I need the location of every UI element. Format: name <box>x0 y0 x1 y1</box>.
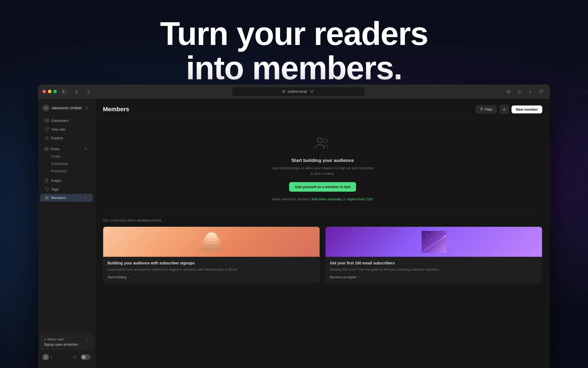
svg-point-26 <box>45 356 47 357</box>
svg-point-39 <box>438 233 438 234</box>
svg-point-44 <box>435 248 436 249</box>
get-started-label: GET STARTED WITH MEMBERSHIPS <box>103 219 542 222</box>
browser-toolbar: umbrel.local <box>38 85 550 99</box>
sidebar-item-scheduled[interactable]: Scheduled <box>40 160 93 167</box>
card-2-link[interactable]: Become an expert → <box>330 275 538 279</box>
sidebar-header: Awesome Umbrel <box>38 102 95 116</box>
sidebar-item-explore[interactable]: Explore <box>40 134 93 142</box>
new-member-btn[interactable]: New member <box>512 105 542 113</box>
card-1-title: Building your audience with subscriber s… <box>108 261 315 266</box>
add-post-btn[interactable]: + <box>83 146 88 152</box>
address-bar[interactable]: umbrel.local <box>232 87 365 96</box>
card-2-desc: Starting from zero? Use this guide to fi… <box>330 267 538 272</box>
svg-point-15 <box>45 107 47 109</box>
svg-point-21 <box>45 136 49 140</box>
tabs-overview-btn[interactable] <box>537 87 546 96</box>
close-window-btn[interactable] <box>42 90 46 93</box>
card-1-body: Building your audience with subscriber s… <box>103 257 320 283</box>
minimize-window-btn[interactable] <box>48 90 51 93</box>
import-csv-link[interactable]: import from CSV <box>347 197 373 201</box>
svg-rect-20 <box>47 121 49 122</box>
svg-rect-10 <box>64 90 67 90</box>
resource-card-2[interactable]: Get your first 100 email subscribers Sta… <box>325 227 542 283</box>
download-btn[interactable] <box>504 87 513 96</box>
whats-new-close-btn[interactable]: × <box>85 337 89 342</box>
back-btn[interactable] <box>72 87 81 96</box>
add-manually-link[interactable]: Add them manually <box>311 197 342 201</box>
svg-point-41 <box>431 239 431 239</box>
toolbar-right <box>504 87 546 96</box>
page-header: Members Filter New member <box>95 99 550 119</box>
svg-rect-11 <box>64 91 67 92</box>
filter-btn[interactable]: Filter <box>476 105 497 114</box>
sidebar-item-dashboard[interactable]: Dashboard <box>40 116 93 125</box>
sidebar-item-tags[interactable]: Tags <box>40 185 93 193</box>
svg-point-38 <box>427 235 427 236</box>
svg-rect-9 <box>62 90 64 93</box>
forward-btn[interactable] <box>84 87 93 96</box>
posts-icon <box>45 147 48 151</box>
svg-point-24 <box>45 196 47 198</box>
browser-content: Awesome Umbrel Dashboard <box>38 99 550 368</box>
compass-icon <box>45 136 49 140</box>
whats-new-text: Signup spam protection <box>44 343 89 346</box>
site-logo[interactable]: Awesome Umbrel <box>42 104 82 111</box>
empty-title: Start building your audience <box>291 158 354 163</box>
empty-members-icon <box>314 135 331 152</box>
card-2-image <box>326 227 542 257</box>
sidebar-item-view-site[interactable]: View site <box>40 125 93 133</box>
card-2-title: Get your first 100 email subscribers <box>330 261 538 266</box>
sidebar-footer: ✦ What's new? × Signup spam protection <box>38 331 95 365</box>
add-member-test-btn[interactable]: Add yourself as a member to test <box>289 182 356 192</box>
sidebar-item-pages[interactable]: Pages <box>40 176 93 185</box>
sidebar-item-drafts[interactable]: Drafts <box>40 153 93 160</box>
card-2-body: Get your first 100 email subscribers Sta… <box>326 257 542 283</box>
svg-point-23 <box>46 188 46 189</box>
members-icon <box>45 196 49 200</box>
svg-point-25 <box>47 196 48 197</box>
settings-icon <box>73 355 77 359</box>
empty-description: Use memberships to allow your readers to… <box>271 165 374 176</box>
svg-point-48 <box>444 236 446 237</box>
card-1-link[interactable]: Start building → <box>108 275 315 279</box>
posts-section-header: Posts + <box>40 144 93 153</box>
toggle-knob <box>81 355 86 359</box>
new-tab-btn[interactable] <box>526 87 535 96</box>
search-icon <box>85 106 89 110</box>
reload-btn[interactable] <box>309 89 315 95</box>
svg-point-29 <box>317 138 322 143</box>
svg-rect-19 <box>45 121 47 122</box>
members-settings-btn[interactable] <box>500 105 509 114</box>
resource-card-1[interactable]: Building your audience with subscriber s… <box>103 227 320 283</box>
hero-section: Turn your readers into members. <box>0 16 588 85</box>
maximize-window-btn[interactable] <box>53 90 57 93</box>
svg-point-28 <box>504 109 505 110</box>
posts-nav-item[interactable]: Posts <box>45 147 60 151</box>
svg-rect-18 <box>47 119 49 120</box>
search-btn[interactable] <box>83 104 91 112</box>
sidebar: Awesome Umbrel Dashboard <box>38 99 95 368</box>
get-started-section: GET STARTED WITH MEMBERSHIPS <box>95 212 550 290</box>
svg-point-27 <box>74 357 75 358</box>
settings-gear-icon <box>502 107 506 111</box>
user-menu-btn[interactable]: ▾ <box>42 354 52 360</box>
traffic-lights <box>42 90 57 93</box>
svg-rect-12 <box>64 93 67 93</box>
theme-toggle[interactable] <box>81 354 91 360</box>
svg-point-43 <box>425 247 426 248</box>
svg-rect-14 <box>540 91 542 93</box>
whats-new-card: ✦ What's new? × Signup spam protection <box>40 334 93 349</box>
have-members-text: Have members already? Add them manually … <box>272 197 373 201</box>
footer-settings-btn[interactable] <box>71 353 79 361</box>
sidebar-item-members[interactable]: Members 0 <box>40 194 93 202</box>
external-link-icon <box>45 127 49 131</box>
sidebar-toggle-btn[interactable] <box>60 87 69 96</box>
user-avatar <box>42 354 49 360</box>
header-actions: Filter New member <box>476 105 542 114</box>
hero-title: Turn your readers into members. <box>0 16 588 85</box>
sidebar-item-published[interactable]: Published <box>40 168 93 174</box>
card-1-desc: Learn how to turn anonymous visitors int… <box>108 267 315 272</box>
svg-point-42 <box>440 244 441 245</box>
share-btn[interactable] <box>515 87 524 96</box>
resource-cards: Building your audience with subscriber s… <box>103 227 542 283</box>
